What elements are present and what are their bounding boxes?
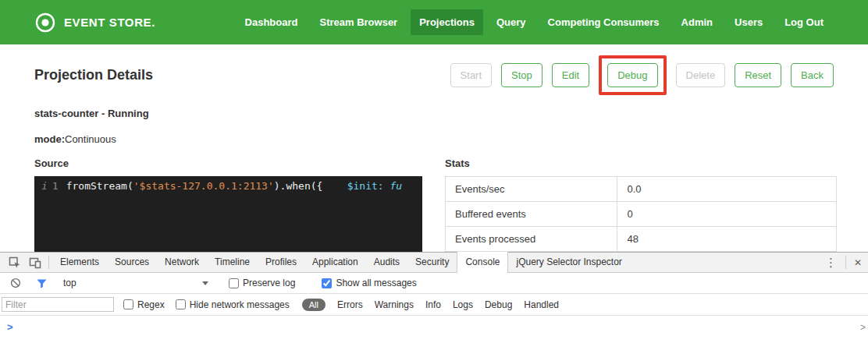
nav-item-query[interactable]: Query bbox=[488, 9, 535, 35]
back-button[interactable]: Back bbox=[791, 63, 834, 87]
edit-button[interactable]: Edit bbox=[552, 63, 589, 87]
level-filter-errors[interactable]: Errors bbox=[337, 299, 363, 310]
start-button[interactable]: Start bbox=[450, 63, 492, 87]
stat-value: 48 bbox=[617, 227, 837, 252]
regex-toggle[interactable]: Regex bbox=[123, 299, 165, 310]
level-filter-logs[interactable]: Logs bbox=[453, 299, 473, 310]
source-code-editor[interactable]: i1 fromStream('$stats-127.0.0.1:2113').w… bbox=[34, 176, 422, 262]
nav-item-users[interactable]: Users bbox=[726, 9, 771, 35]
table-row: Events processed 48 bbox=[446, 227, 837, 252]
regex-label: Regex bbox=[137, 299, 165, 310]
page-title: Projection Details bbox=[34, 67, 153, 83]
frame-context-value: top bbox=[63, 278, 76, 288]
stat-label: Buffered events bbox=[446, 202, 617, 227]
code-seg-keyword: $init: bbox=[347, 180, 384, 192]
devtools-menu-icon[interactable]: ⋮ bbox=[820, 256, 842, 270]
brand[interactable]: EVENT STORE. bbox=[34, 12, 155, 34]
stats-heading: Stats bbox=[445, 157, 837, 169]
devtools-tab-audits[interactable]: Audits bbox=[366, 253, 407, 272]
devtools-tab-console[interactable]: Console bbox=[457, 252, 508, 273]
devtools-tab-profiles[interactable]: Profiles bbox=[258, 253, 304, 272]
source-column: Source i1 fromStream('$stats-127.0.0.1:2… bbox=[34, 157, 422, 262]
preserve-log-label: Preserve log bbox=[243, 278, 295, 288]
stat-label: Events processed bbox=[446, 227, 617, 252]
divider bbox=[48, 256, 49, 269]
devtools-tab-timeline[interactable]: Timeline bbox=[207, 253, 258, 272]
hide-network-messages-checkbox[interactable] bbox=[176, 299, 186, 309]
brand-text: EVENT STORE. bbox=[64, 16, 155, 29]
projection-status: stats-counter - Running bbox=[34, 108, 868, 119]
level-filter-handled[interactable]: Handled bbox=[524, 299, 559, 310]
devtools-tab-security[interactable]: Security bbox=[407, 253, 457, 272]
level-filter-info[interactable]: Info bbox=[425, 299, 441, 310]
debug-button[interactable]: Debug bbox=[607, 63, 657, 87]
console-level-filters: All Errors Warnings Info Logs Debug Hand… bbox=[302, 299, 559, 311]
scroll-right-icon[interactable]: > bbox=[860, 322, 866, 333]
devtools-close-icon[interactable]: ✕ bbox=[849, 257, 868, 268]
nav-item-stream-browser[interactable]: Stream Browser bbox=[311, 9, 406, 35]
inspect-element-icon[interactable] bbox=[5, 256, 25, 269]
table-row: Buffered events 0 bbox=[446, 202, 837, 227]
code-seg-plain-2: ).when({ bbox=[274, 180, 347, 192]
source-heading: Source bbox=[34, 157, 422, 169]
chevron-down-icon bbox=[202, 281, 208, 285]
line-number: 1 bbox=[52, 180, 59, 192]
nav-item-admin[interactable]: Admin bbox=[673, 9, 721, 35]
eventstore-logo-icon bbox=[34, 12, 56, 34]
console-filter-input[interactable] bbox=[2, 297, 114, 312]
hide-network-messages-toggle[interactable]: Hide network messages bbox=[176, 299, 290, 310]
stats-table: Events/sec 0.0 Buffered events 0 Events … bbox=[445, 176, 837, 252]
devtools-tabbar-controls: ⋮ ✕ bbox=[820, 256, 868, 270]
devtools-tab-jquery-selector-inspector[interactable]: jQuery Selector Inspector bbox=[508, 253, 629, 272]
mode-value: Continuous bbox=[65, 133, 116, 145]
code-gutter: i1 bbox=[34, 180, 66, 262]
level-filter-warnings[interactable]: Warnings bbox=[375, 299, 414, 310]
frame-context-selector[interactable]: top bbox=[59, 278, 215, 288]
device-toolbar-icon[interactable] bbox=[25, 256, 45, 269]
detail-columns: Source i1 fromStream('$stats-127.0.0.1:2… bbox=[34, 157, 837, 262]
devtools-tab-elements[interactable]: Elements bbox=[52, 253, 107, 272]
gutter-marker: i bbox=[41, 180, 48, 192]
stat-value: 0 bbox=[617, 202, 837, 227]
preserve-log-checkbox[interactable] bbox=[229, 278, 239, 288]
delete-button[interactable]: Delete bbox=[676, 63, 726, 87]
filter-icon[interactable] bbox=[33, 278, 51, 288]
code-line-1: fromStream('$stats-127.0.0.1:2113').when… bbox=[66, 180, 402, 262]
projection-actions: Start Stop Edit Debug Delete Reset Back bbox=[450, 55, 834, 95]
top-navbar: EVENT STORE. Dashboard Stream Browser Pr… bbox=[0, 0, 868, 44]
title-row: Projection Details Start Stop Edit Debug… bbox=[34, 55, 834, 95]
regex-checkbox[interactable] bbox=[123, 299, 133, 309]
preserve-log-toggle[interactable]: Preserve log bbox=[229, 278, 295, 288]
stop-button[interactable]: Stop bbox=[501, 63, 542, 87]
devtools-tab-network[interactable]: Network bbox=[157, 253, 207, 272]
nav-item-logout[interactable]: Log Out bbox=[776, 9, 832, 35]
stat-value: 0.0 bbox=[617, 177, 837, 202]
level-filter-debug[interactable]: Debug bbox=[485, 299, 512, 310]
devtools-panel: Elements Sources Network Timeline Profil… bbox=[0, 252, 868, 343]
show-all-messages-toggle[interactable]: Show all messages bbox=[322, 278, 416, 288]
nav-item-competing-consumers[interactable]: Competing Consumers bbox=[539, 9, 668, 35]
devtools-tab-sources[interactable]: Sources bbox=[107, 253, 157, 272]
stat-label: Events/sec bbox=[446, 177, 617, 202]
console-prompt-icon: > bbox=[7, 321, 13, 333]
clear-console-icon[interactable] bbox=[6, 278, 25, 288]
show-all-messages-label: Show all messages bbox=[336, 278, 416, 288]
nav-item-dashboard[interactable]: Dashboard bbox=[237, 9, 307, 35]
show-all-messages-checkbox[interactable] bbox=[322, 278, 332, 288]
code-seg-keyword-italic: fu bbox=[384, 180, 402, 192]
mode-label: mode: bbox=[34, 133, 65, 145]
projection-mode: mode:Continuous bbox=[34, 133, 868, 145]
hide-network-messages-label: Hide network messages bbox=[190, 299, 290, 310]
debug-highlight-annotation: Debug bbox=[599, 55, 666, 95]
devtools-tab-bar: Elements Sources Network Timeline Profil… bbox=[0, 253, 868, 273]
devtools-tab-application[interactable]: Application bbox=[304, 253, 366, 272]
console-filter-row: Regex Hide network messages All Errors W… bbox=[0, 294, 868, 316]
console-prompt-row[interactable]: > > bbox=[0, 316, 868, 342]
reset-button[interactable]: Reset bbox=[735, 63, 781, 87]
stats-column: Stats Events/sec 0.0 Buffered events 0 E… bbox=[445, 157, 837, 262]
nav-items: Dashboard Stream Browser Projections Que… bbox=[237, 9, 832, 35]
level-filter-all[interactable]: All bbox=[302, 299, 326, 311]
nav-item-projections[interactable]: Projections bbox=[411, 9, 483, 35]
console-toolbar: top Preserve log Show all messages bbox=[0, 273, 868, 294]
divider bbox=[845, 256, 846, 269]
